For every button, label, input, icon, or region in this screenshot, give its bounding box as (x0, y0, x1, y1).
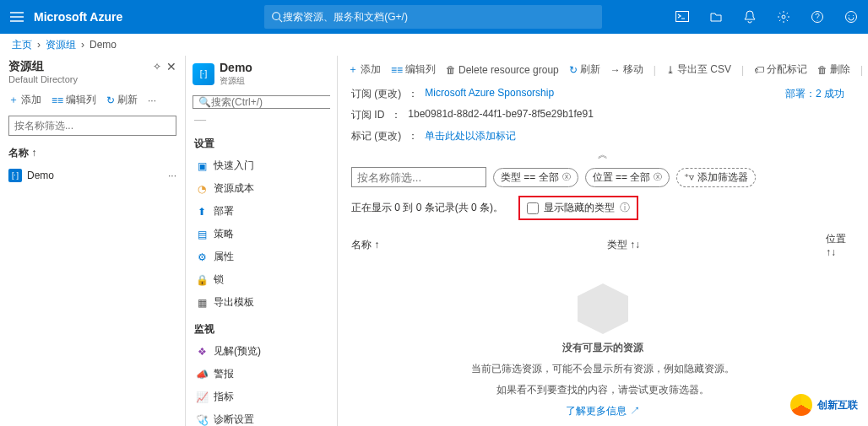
cloud-shell-icon[interactable] (665, 0, 699, 34)
subid-label: 订阅 ID (351, 108, 384, 122)
p3-assign-tags-button[interactable]: 🏷分配标记 (754, 62, 807, 77)
edit-columns-button[interactable]: ≡≡编辑列 (52, 93, 96, 107)
search-icon (271, 11, 283, 23)
menu-properties[interactable]: ⚙属性 (186, 245, 337, 268)
resource-filter-input[interactable] (351, 167, 486, 187)
subscription-link[interactable]: Microsoft Azure Sponsorship (425, 87, 554, 101)
filter-pill-add[interactable]: ⁺▿添加筛选器 (676, 168, 756, 187)
subscription-label[interactable]: 订阅 (更改) (351, 87, 401, 101)
directory-icon[interactable] (699, 0, 733, 34)
search-icon: 🔍 (198, 96, 211, 108)
column-header-name[interactable]: 名称 ↑ (0, 141, 185, 165)
empty-illustration (578, 283, 628, 334)
clear-icon[interactable]: ⓧ (654, 171, 662, 183)
menu-toggle[interactable] (0, 12, 34, 22)
show-hidden-highlight: 显示隐藏的类型 ⓘ (518, 196, 638, 220)
panel1-title: 资源组 (8, 59, 148, 74)
p3-delete-rg-button[interactable]: 🗑Delete resource group (446, 64, 559, 76)
clear-icon[interactable]: ⓧ (562, 171, 571, 183)
group-settings: 设置 (186, 128, 337, 154)
menu-locks[interactable]: 🔒锁 (186, 268, 337, 291)
deployments-link[interactable]: 2 成功 (816, 88, 844, 100)
more-button[interactable]: ··· (148, 94, 156, 106)
col-name[interactable]: 名称 ↑ (351, 232, 607, 258)
watermark: 创新互联 (790, 394, 858, 416)
rg-icon: [⋅] (8, 169, 22, 182)
rg-item-label: Demo (27, 170, 54, 181)
panel2-title: Demo (220, 61, 252, 74)
help-icon[interactable] (800, 0, 834, 34)
filter-pill-type[interactable]: 类型 == 全部ⓧ (493, 168, 578, 187)
panel2-subtitle: 资源组 (220, 76, 245, 85)
notifications-icon[interactable] (733, 0, 767, 34)
empty-title: 没有可显示的资源 (562, 341, 643, 355)
col-type[interactable]: 类型 ↑↓ (607, 232, 826, 258)
menu-metrics[interactable]: 📈指标 (186, 386, 337, 408)
p3-editcol-button[interactable]: ≡≡编辑列 (391, 62, 436, 77)
breadcrumb: 主页 › 资源组 › Demo (0, 34, 868, 56)
close-icon[interactable]: ✕ (166, 60, 176, 73)
row-more-icon[interactable]: ··· (168, 170, 176, 181)
menu-cost[interactable]: ◔资源成本 (186, 177, 337, 200)
resource-group-item[interactable]: [⋅] Demo ··· (0, 165, 185, 186)
tags-label[interactable]: 标记 (更改) (351, 129, 401, 143)
svg-point-4 (846, 12, 857, 23)
global-search-input[interactable] (283, 11, 595, 23)
crumb-home[interactable]: 主页 (12, 38, 32, 52)
feedback-icon[interactable] (834, 0, 868, 34)
svg-rect-1 (676, 12, 689, 22)
p3-refresh-button[interactable]: ↻刷新 (569, 62, 600, 77)
svg-point-0 (273, 13, 280, 20)
records-status: 正在显示 0 到 0 条记录(共 0 条)。 (351, 201, 503, 215)
col-location[interactable]: 位置 ↑↓ (826, 232, 854, 258)
p3-exportcsv-button[interactable]: ⤓导出至 CSV (666, 62, 731, 77)
show-hidden-label: 显示隐藏的类型 (544, 201, 615, 215)
menu-alerts[interactable]: 📣警报 (186, 363, 337, 386)
info-icon[interactable]: ⓘ (620, 201, 630, 215)
panel1-subtitle: Default Directory (0, 74, 185, 89)
subid-value: 1be0981d-88d2-44f1-be97-8f5e29b1fe91 (408, 108, 594, 122)
menu-export-template[interactable]: ▦导出模板 (186, 291, 337, 314)
resource-icon: [⋅] (193, 63, 214, 85)
filter-pill-location[interactable]: 位置 == 全部ⓧ (585, 168, 670, 187)
empty-line2: 如果看不到要查找的内容，请尝试更改筛选器。 (496, 383, 709, 397)
refresh-button[interactable]: ↻刷新 (106, 93, 138, 107)
empty-line1: 当前已筛选资源，可能不会显示所有资源，例如隐藏资源。 (471, 362, 735, 376)
crumb-rg[interactable]: 资源组 (46, 38, 76, 52)
menu-diagnostics[interactable]: 🩺诊断设置 (186, 408, 337, 426)
add-button[interactable]: ＋添加 (8, 93, 41, 107)
global-search[interactable] (264, 5, 602, 29)
svg-point-2 (782, 15, 785, 19)
settings-icon[interactable] (767, 0, 800, 34)
p3-delete-button[interactable]: 🗑删除 (817, 62, 850, 77)
learn-more-link[interactable]: 了解更多信息 ↗ (566, 404, 639, 418)
menu-quickstart[interactable]: ▣快速入门 (186, 154, 337, 177)
p3-add-button[interactable]: ＋添加 (348, 62, 381, 77)
crumb-current: Demo (90, 39, 117, 51)
show-hidden-checkbox[interactable] (527, 202, 539, 214)
p3-move-button[interactable]: →移动 (610, 62, 643, 77)
collapse-essentials[interactable]: ︽ (338, 147, 868, 162)
brand: Microsoft Azure (34, 10, 156, 24)
group-monitor: 监视 (186, 314, 337, 340)
menu-policies[interactable]: ▤策略 (186, 223, 337, 245)
filter-input[interactable] (8, 116, 176, 136)
menu-search[interactable]: 🔍 《 (193, 95, 330, 109)
pin-icon[interactable]: ✧ (153, 61, 161, 73)
tags-link[interactable]: 单击此处以添加标记 (425, 129, 516, 143)
menu-deployments[interactable]: ⬆部署 (186, 200, 337, 223)
menu-insights[interactable]: ❖见解(预览) (186, 340, 337, 363)
